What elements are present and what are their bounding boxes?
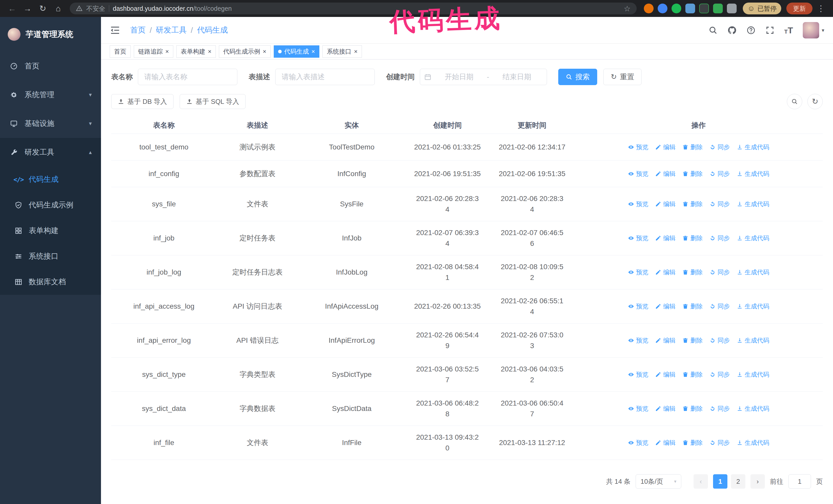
action-edit-link[interactable]: 编辑 — [655, 369, 675, 380]
prev-page-button[interactable]: ‹ — [694, 474, 708, 488]
extension-icon[interactable] — [685, 4, 695, 13]
refresh-table-button[interactable]: ↻ — [807, 94, 823, 109]
action-eye-link[interactable]: 预览 — [628, 335, 648, 346]
action-sync-link[interactable]: 同步 — [710, 142, 730, 152]
action-eye-link[interactable]: 预览 — [628, 301, 648, 312]
table-name-input[interactable] — [138, 69, 237, 85]
action-edit-link[interactable]: 编辑 — [655, 437, 675, 448]
action-delete-link[interactable]: 删除 — [682, 168, 703, 179]
action-edit-link[interactable]: 编辑 — [655, 403, 675, 414]
action-edit-link[interactable]: 编辑 — [655, 199, 675, 210]
close-icon[interactable]: × — [165, 48, 169, 55]
action-sync-link[interactable]: 同步 — [710, 233, 730, 243]
action-edit-link[interactable]: 编辑 — [655, 267, 675, 278]
action-sync-link[interactable]: 同步 — [710, 369, 730, 380]
date-range-picker[interactable]: - — [420, 69, 547, 85]
action-eye-link[interactable]: 预览 — [628, 233, 648, 243]
action-download-link[interactable]: 生成代码 — [737, 335, 769, 346]
toggle-search-button[interactable] — [787, 94, 802, 109]
extension-icon[interactable] — [671, 4, 681, 13]
collapse-menu-icon[interactable] — [110, 25, 120, 35]
action-eye-link[interactable]: 预览 — [628, 403, 648, 414]
font-size-icon[interactable]: TT — [784, 26, 793, 34]
update-button[interactable]: 更新 — [786, 3, 812, 14]
action-eye-link[interactable]: 预览 — [628, 369, 648, 380]
action-download-link[interactable]: 生成代码 — [737, 301, 769, 312]
table-desc-input[interactable] — [275, 69, 375, 85]
extension-icon[interactable] — [699, 4, 709, 13]
start-date-input[interactable] — [433, 73, 485, 81]
goto-page-input[interactable] — [788, 474, 811, 488]
action-download-link[interactable]: 生成代码 — [737, 369, 769, 380]
action-sync-link[interactable]: 同步 — [710, 403, 730, 414]
tag-item[interactable]: 系统接口× — [323, 45, 362, 58]
search-button[interactable]: 搜索 — [558, 69, 597, 85]
action-delete-link[interactable]: 删除 — [682, 199, 703, 210]
sidebar-item-2[interactable]: 基础设施▾ — [0, 109, 101, 138]
sidebar-subitem-1[interactable]: 代码生成示例 — [0, 192, 101, 218]
action-eye-link[interactable]: 预览 — [628, 437, 648, 448]
action-sync-link[interactable]: 同步 — [710, 267, 730, 278]
sidebar-subitem-0[interactable]: </>代码生成 — [0, 167, 101, 192]
extension-icon[interactable] — [658, 4, 667, 13]
close-icon[interactable]: × — [208, 48, 211, 55]
page-button-1[interactable]: 1 — [713, 474, 728, 488]
close-icon[interactable]: × — [311, 48, 315, 55]
tag-item[interactable]: 代码生成× — [274, 45, 319, 58]
action-eye-link[interactable]: 预览 — [628, 199, 648, 210]
app-logo[interactable]: 芋道管理系统 — [0, 17, 101, 52]
import-db-button[interactable]: 基于 DB 导入 — [111, 94, 173, 109]
action-download-link[interactable]: 生成代码 — [737, 233, 769, 243]
breadcrumb-item[interactable]: 研发工具 — [156, 25, 187, 35]
action-delete-link[interactable]: 删除 — [682, 301, 703, 312]
reset-button[interactable]: ↻重置 — [603, 69, 642, 85]
page-size-select[interactable]: 10条/页▾ — [636, 474, 681, 488]
action-delete-link[interactable]: 删除 — [682, 267, 703, 278]
action-edit-link[interactable]: 编辑 — [655, 233, 675, 243]
page-button-2[interactable]: 2 — [731, 474, 745, 488]
extension-icon[interactable] — [713, 4, 723, 13]
tag-item[interactable]: 链路追踪× — [134, 45, 173, 58]
sidebar-item-0[interactable]: 首页 — [0, 52, 101, 80]
sidebar-subitem-3[interactable]: 系统接口 — [0, 243, 101, 269]
action-delete-link[interactable]: 删除 — [682, 403, 703, 414]
action-eye-link[interactable]: 预览 — [628, 168, 648, 179]
paused-badge[interactable]: ☺ 已暂停 — [743, 3, 781, 14]
extension-icon[interactable] — [644, 4, 653, 13]
tag-item[interactable]: 代码生成示例× — [219, 45, 271, 58]
sidebar-subitem-2[interactable]: 表单构建 — [0, 218, 101, 243]
tag-item[interactable]: 表单构建× — [176, 45, 216, 58]
action-edit-link[interactable]: 编辑 — [655, 335, 675, 346]
sidebar-subitem-4[interactable]: 数据库文档 — [0, 269, 101, 295]
extensions-puzzle-icon[interactable] — [727, 4, 737, 13]
action-delete-link[interactable]: 删除 — [682, 142, 703, 152]
import-sql-button[interactable]: 基于 SQL 导入 — [180, 94, 246, 109]
bookmark-star-icon[interactable]: ☆ — [624, 4, 631, 13]
home-icon[interactable]: ⌂ — [51, 2, 65, 16]
next-page-button[interactable]: › — [751, 474, 765, 488]
action-sync-link[interactable]: 同步 — [710, 168, 730, 179]
action-download-link[interactable]: 生成代码 — [737, 199, 769, 210]
reload-icon[interactable]: ↻ — [36, 2, 50, 16]
github-icon[interactable] — [728, 26, 737, 35]
action-download-link[interactable]: 生成代码 — [737, 437, 769, 448]
action-sync-link[interactable]: 同步 — [710, 335, 730, 346]
action-edit-link[interactable]: 编辑 — [655, 301, 675, 312]
close-icon[interactable]: × — [263, 48, 266, 55]
address-bar[interactable]: 不安全 dashboard.yudao.iocoder.cn/tool/code… — [70, 3, 637, 14]
action-sync-link[interactable]: 同步 — [710, 199, 730, 210]
tag-item[interactable]: 首页 — [110, 45, 131, 58]
action-delete-link[interactable]: 删除 — [682, 335, 703, 346]
sidebar-item-3[interactable]: 研发工具▴ — [0, 138, 101, 167]
forward-icon[interactable]: → — [21, 2, 34, 16]
action-edit-link[interactable]: 编辑 — [655, 168, 675, 179]
action-delete-link[interactable]: 删除 — [682, 233, 703, 243]
action-download-link[interactable]: 生成代码 — [737, 403, 769, 414]
action-delete-link[interactable]: 删除 — [682, 369, 703, 380]
action-sync-link[interactable]: 同步 — [710, 301, 730, 312]
action-download-link[interactable]: 生成代码 — [737, 267, 769, 278]
end-date-input[interactable] — [491, 73, 543, 81]
action-eye-link[interactable]: 预览 — [628, 267, 648, 278]
user-menu[interactable]: ▾ — [803, 22, 824, 39]
breadcrumb-item[interactable]: 首页 — [130, 25, 146, 35]
